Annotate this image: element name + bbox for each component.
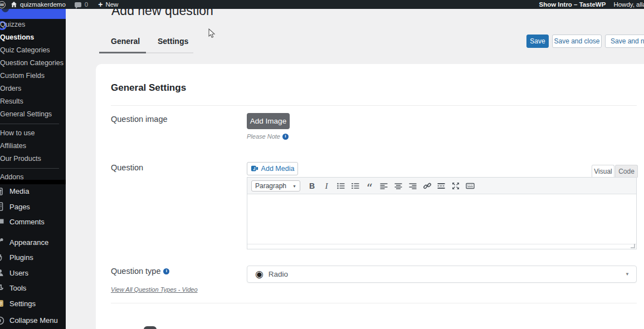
question-type-label-text: Question type — [111, 267, 160, 276]
numbered-list-icon[interactable] — [350, 180, 361, 191]
save-button[interactable]: Save — [526, 35, 549, 48]
sidebar-item-affiliates[interactable]: Affiliates — [0, 140, 66, 153]
divider — [111, 105, 637, 106]
sidebar-item-label: Pages — [9, 203, 30, 211]
bulleted-list-icon[interactable] — [335, 180, 347, 191]
read-more-icon[interactable] — [436, 180, 447, 191]
paragraph-format-select[interactable]: Paragraph ▼ — [251, 180, 300, 191]
italic-icon[interactable]: I — [321, 180, 332, 191]
save-and-new-button[interactable]: Save and new — [605, 35, 644, 48]
info-icon[interactable]: i — [282, 134, 289, 140]
blockquote-icon[interactable]: “ — [364, 180, 375, 191]
plus-icon[interactable]: + — [98, 2, 103, 7]
admin-sidebar: Quizzes Questions Quiz Categories Questi… — [0, 9, 66, 329]
wp-main-menu: Media Pages Comments Appearance Plugins — [0, 184, 66, 311]
sidebar-item-users[interactable]: Users — [0, 266, 66, 281]
align-left-icon[interactable] — [378, 180, 389, 191]
partially-visible-toggle[interactable] — [144, 326, 157, 329]
sidebar-item-plugins[interactable]: Plugins — [0, 250, 66, 266]
question-rich-text-editor[interactable]: Paragraph ▼ B I “ — [247, 177, 637, 249]
collapse-menu-button[interactable]: Collapse Menu — [0, 313, 66, 328]
sidebar-item-label: Users — [9, 269, 28, 277]
sidebar-item-quiz-categories[interactable]: Quiz Categories — [0, 44, 66, 57]
sidebar-item-quizzes[interactable]: Quizzes — [0, 18, 66, 31]
sidebar-item-media[interactable]: Media — [0, 184, 66, 199]
sidebar-item-label: Comments — [9, 218, 45, 226]
question-type-select[interactable]: ◉ Radio ▼ — [247, 266, 637, 283]
link-icon[interactable] — [422, 180, 433, 191]
chevron-down-icon: ▼ — [292, 184, 296, 188]
bold-icon[interactable]: B — [306, 180, 318, 191]
tab-settings[interactable]: Settings — [158, 37, 188, 46]
question-image-label: Question image — [111, 115, 168, 124]
divider — [111, 303, 637, 303]
collapse-arrow-icon — [0, 316, 4, 325]
sidebar-item-pages[interactable]: Pages — [0, 199, 66, 215]
save-and-close-button[interactable]: Save and close — [552, 35, 602, 48]
resize-grip-icon[interactable] — [631, 244, 635, 248]
editor-content-area[interactable] — [247, 194, 636, 244]
editor-toolbar: Paragraph ▼ B I “ — [247, 178, 636, 194]
please-note-text: Please Note — [247, 133, 280, 140]
sidebar-item-label: Plugins — [9, 253, 33, 262]
sidebar-item-settings[interactable]: Settings — [0, 296, 66, 312]
comments-icon — [0, 218, 4, 227]
home-icon[interactable] — [11, 1, 17, 8]
sidebar-item-tools[interactable]: Tools — [0, 281, 66, 296]
sidebar-item-how-to-use[interactable]: How to use — [0, 127, 66, 140]
sidebar-divider — [0, 168, 59, 169]
media-button-icon — [251, 165, 258, 173]
sidebar-item-orders[interactable]: Orders — [0, 82, 66, 95]
tab-underline-track — [146, 52, 193, 53]
info-icon[interactable]: i — [163, 268, 169, 274]
users-icon — [0, 268, 4, 277]
view-all-question-types-link[interactable]: View All Question Types - Video — [111, 286, 198, 293]
add-media-button[interactable]: Add Media — [247, 162, 298, 175]
question-label: Question — [111, 163, 143, 172]
sidebar-item-custom-fields[interactable]: Custom Fields — [0, 70, 66, 82]
plugin-logo-icon — [2, 9, 9, 12]
mouse-cursor — [208, 28, 216, 38]
align-right-icon[interactable] — [407, 180, 418, 191]
comments-bubble-icon[interactable] — [75, 2, 81, 7]
sidebar-item-comments[interactable]: Comments — [0, 214, 66, 230]
site-name-link[interactable]: quizmakerdemo — [20, 1, 66, 8]
section-heading: General Settings — [111, 82, 186, 94]
sidebar-item-results[interactable]: Results — [0, 95, 66, 108]
sidebar-item-appearance[interactable]: Appearance — [0, 235, 66, 251]
pages-icon — [0, 202, 4, 211]
keyboard-shortcuts-icon[interactable] — [465, 180, 476, 191]
new-menu-link[interactable]: New — [105, 1, 118, 8]
howdy-account-link[interactable]: Howdy, alla — [613, 1, 644, 8]
appearance-icon — [0, 238, 4, 247]
sidebar-item-label: Media — [9, 187, 29, 195]
plugin-submenu: Quizzes Questions Quiz Categories Questi… — [0, 18, 66, 183]
chevron-down-icon: ▼ — [625, 272, 630, 277]
show-intro-link[interactable]: Show Intro – TasteWP — [539, 1, 606, 8]
admin-bar: W quizmakerdemo 0 + New Show Intro – Tas… — [0, 0, 644, 9]
sidebar-active-plugin-item[interactable] — [0, 9, 66, 19]
sidebar-item-question-categories[interactable]: Question Categories — [0, 57, 66, 70]
media-icon — [0, 187, 4, 196]
sidebar-item-label: Settings — [9, 299, 36, 308]
editor-tab-code[interactable]: Code — [615, 165, 638, 178]
add-image-button[interactable]: Add Image — [247, 113, 290, 129]
sidebar-item-our-products[interactable]: Our Products — [0, 153, 66, 165]
tab-general[interactable]: General — [111, 37, 140, 46]
collapse-menu-label: Collapse Menu — [9, 316, 58, 325]
add-media-label: Add Media — [261, 165, 295, 173]
sidebar-item-general-settings[interactable]: General Settings — [0, 108, 66, 121]
general-settings-panel: General Settings Question image Add Imag… — [96, 64, 644, 329]
wordpress-logo-icon[interactable]: W — [0, 1, 6, 8]
sidebar-item-questions[interactable]: Questions — [0, 31, 66, 44]
active-tab-underline — [99, 52, 146, 53]
align-center-icon[interactable] — [393, 180, 404, 191]
editor-tab-visual[interactable]: Visual — [592, 165, 614, 178]
paragraph-format-value: Paragraph — [255, 182, 286, 190]
fullscreen-icon[interactable] — [450, 180, 461, 191]
sidebar-item-label: Tools — [9, 284, 26, 292]
question-type-label: Question type i — [111, 267, 169, 276]
plugins-icon — [0, 253, 4, 262]
please-note[interactable]: Please Note i — [247, 133, 289, 140]
tools-icon — [0, 284, 4, 293]
